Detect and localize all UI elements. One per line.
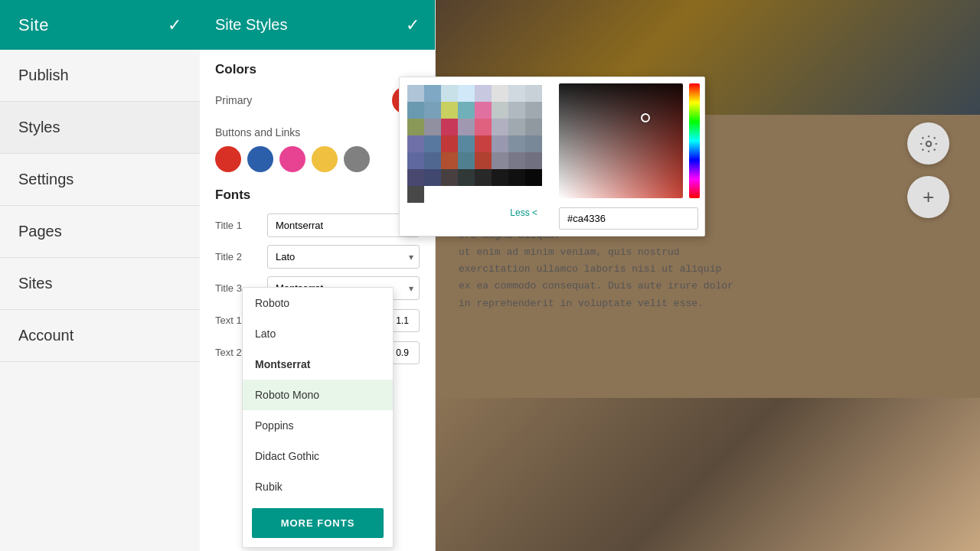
font-option-poppins[interactable]: Poppins: [243, 410, 393, 441]
palette-cell[interactable]: [424, 85, 441, 102]
palette-cell[interactable]: [492, 152, 508, 169]
palette-row-2: [407, 102, 545, 119]
font-select-title1[interactable]: Montserrat: [267, 214, 420, 237]
palette-cell[interactable]: [407, 119, 424, 135]
palette-cell[interactable]: [441, 169, 458, 186]
palette-cell[interactable]: [407, 152, 424, 169]
swatch-red[interactable]: [215, 146, 241, 172]
colors-section-title: Colors: [215, 62, 420, 77]
add-button[interactable]: +: [907, 176, 949, 218]
hue-bar[interactable]: [689, 83, 700, 198]
sidebar-item-pages[interactable]: Pages: [0, 206, 200, 258]
gear-button[interactable]: [907, 122, 949, 165]
font-option-roboto[interactable]: Roboto: [243, 288, 393, 318]
sidebar-styles-label: Styles: [18, 119, 60, 135]
palette-cell[interactable]: [492, 102, 508, 119]
palette-cell[interactable]: [508, 102, 525, 119]
more-fonts-button[interactable]: MORE FONTS: [252, 508, 384, 538]
palette-cell[interactable]: [492, 169, 508, 186]
palette-cell[interactable]: [424, 119, 441, 135]
font-option-rubik[interactable]: Rubik: [243, 471, 393, 502]
palette-row-4: [407, 135, 545, 152]
palette-cell[interactable]: [407, 169, 424, 186]
plus-icon: +: [923, 185, 934, 209]
swatch-gray[interactable]: [344, 146, 370, 172]
palette-cell[interactable]: [525, 119, 542, 135]
palette-cell[interactable]: [458, 169, 475, 186]
palette-cell[interactable]: [407, 102, 424, 119]
palette-cell[interactable]: [424, 135, 441, 152]
palette-cell[interactable]: [407, 135, 424, 152]
palette-cell[interactable]: [441, 152, 458, 169]
palette-cell[interactable]: [458, 102, 475, 119]
palette-cell[interactable]: [475, 152, 492, 169]
palette-cell[interactable]: [424, 169, 441, 186]
hex-input-wrapper: [553, 204, 704, 236]
palette-cell[interactable]: [458, 135, 475, 152]
buttons-links-swatches: [215, 146, 420, 172]
palette-cell[interactable]: [407, 186, 424, 203]
palette-cell[interactable]: [475, 169, 492, 186]
sidebar-item-styles[interactable]: Styles: [0, 102, 200, 154]
palette-cell[interactable]: [492, 135, 508, 152]
palette-cell[interactable]: [508, 169, 525, 186]
gradient-canvas[interactable]: [559, 83, 683, 198]
primary-label: Primary: [215, 94, 252, 106]
palette-cell[interactable]: [492, 119, 508, 135]
palette-cell[interactable]: [424, 152, 441, 169]
palette-cell[interactable]: [458, 119, 475, 135]
font-select-title2[interactable]: Lato: [267, 245, 420, 269]
palette-cell[interactable]: [525, 85, 542, 102]
palette-cell[interactable]: [525, 135, 542, 152]
palette-cell[interactable]: [475, 135, 492, 152]
palette-cell[interactable]: [525, 102, 542, 119]
font-option-didact[interactable]: Didact Gothic: [243, 441, 393, 471]
sidebar-item-publish[interactable]: Publish: [0, 50, 200, 102]
palette-cell[interactable]: [475, 85, 492, 102]
palette-cell[interactable]: [441, 85, 458, 102]
palette-cell[interactable]: [525, 152, 542, 169]
styles-panel-check-icon[interactable]: ✓: [406, 15, 420, 35]
sidebar-item-account[interactable]: Account: [0, 310, 200, 362]
canvas-bottom-image: [436, 398, 980, 551]
palette-cell[interactable]: [424, 102, 441, 119]
palette-cell[interactable]: [508, 135, 525, 152]
sidebar-publish-label: Publish: [18, 67, 69, 83]
hex-color-input[interactable]: [559, 207, 698, 230]
fonts-section-title: Fonts: [215, 187, 420, 203]
palette-cell[interactable]: [508, 119, 525, 135]
font-option-lato[interactable]: Lato: [243, 318, 393, 349]
sidebar-sites-label: Sites: [18, 275, 52, 292]
palette-cell[interactable]: [475, 102, 492, 119]
swatch-yellow[interactable]: [312, 146, 338, 172]
swatch-blue[interactable]: [247, 146, 273, 172]
styles-panel-header: Site Styles ✓: [200, 0, 435, 50]
palette-cell[interactable]: [508, 85, 525, 102]
buttons-links-label: Buttons and Links: [215, 126, 420, 139]
sidebar-pages-label: Pages: [18, 223, 62, 240]
color-picker: Less <: [399, 77, 705, 236]
font-label-title2: Title 2: [215, 251, 261, 262]
sidebar-item-settings[interactable]: Settings: [0, 154, 200, 206]
palette-grid: Less <: [400, 77, 553, 236]
palette-cell[interactable]: [525, 169, 542, 186]
palette-cell[interactable]: [492, 85, 508, 102]
palette-row-1: [407, 85, 545, 102]
less-button[interactable]: Less <: [407, 203, 545, 223]
palette-cell[interactable]: [475, 119, 492, 135]
palette-cell[interactable]: [441, 102, 458, 119]
palette-cell[interactable]: [441, 119, 458, 135]
gear-icon: [919, 134, 939, 154]
palette-cell[interactable]: [458, 85, 475, 102]
palette-cell[interactable]: [407, 85, 424, 102]
palette-cell[interactable]: [458, 152, 475, 169]
swatch-pink[interactable]: [279, 146, 305, 172]
font-row-title2: Title 2 Lato ▾: [215, 245, 420, 269]
gradient-picker: [553, 77, 704, 236]
palette-cell[interactable]: [441, 135, 458, 152]
font-option-montserrat[interactable]: Montserrat: [243, 349, 393, 380]
sidebar-check-icon: ✓: [168, 15, 181, 35]
font-option-roboto-mono[interactable]: Roboto Mono: [243, 380, 393, 410]
palette-cell[interactable]: [508, 152, 525, 169]
sidebar-item-sites[interactable]: Sites: [0, 258, 200, 310]
